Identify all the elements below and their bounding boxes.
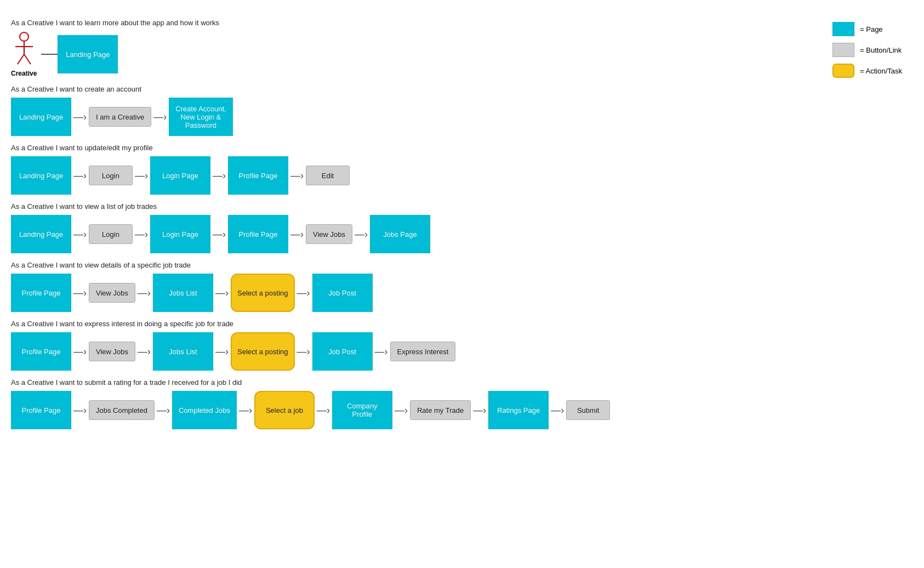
legend-page-swatch: [832, 22, 854, 36]
flow-row-3: Landing Page—›Login—›Login Page—›Profile…: [11, 215, 913, 253]
arrow-5-2: —›: [138, 346, 151, 357]
btn-box-1-1[interactable]: I am a Creative: [89, 107, 151, 127]
arrow-3-2: —›: [135, 229, 148, 240]
stick-figure-svg: [13, 31, 35, 70]
page-box-3-3: Profile Page: [228, 215, 288, 253]
page-box-3-5: Jobs Page: [370, 215, 430, 253]
svg-point-0: [20, 32, 28, 41]
stick-figure: Creative: [11, 31, 37, 77]
flow-row-4: Profile Page—›View Jobs—›Jobs List—›Sele…: [11, 274, 913, 312]
btn-box-4-1[interactable]: View Jobs: [89, 283, 135, 303]
flow-label-1: As a Creative I want to create an accoun…: [11, 85, 913, 93]
page-box-2-2: Login Page: [150, 156, 210, 195]
page-box-6-6: Ratings Page: [488, 391, 549, 429]
page-box-3-0: Landing Page: [11, 215, 71, 253]
page-box-6-4: Company Profile: [332, 391, 392, 429]
flow-row-6: Profile Page—›Jobs Completed—›Completed …: [11, 391, 913, 429]
persona-label: Creative: [11, 70, 37, 77]
flow-row-0: Creative Landing Page: [11, 31, 913, 77]
page-box-landing: Landing Page: [58, 35, 118, 73]
flow-label-3: As a Creative I want to view a list of j…: [11, 202, 913, 211]
arrow-2-4: —›: [290, 170, 304, 181]
arrow-4-4: —›: [297, 287, 310, 299]
arrow-6-1: —›: [73, 405, 87, 416]
page-box-4-4: Job Post: [312, 274, 373, 312]
arrow-6-7: —›: [551, 405, 564, 416]
page-box-1-0: Landing Page: [11, 98, 71, 136]
arrow-1-2: —›: [153, 111, 167, 123]
svg-line-3: [18, 54, 24, 64]
btn-box-5-1[interactable]: View Jobs: [89, 342, 135, 361]
arrow-2-2: —›: [135, 170, 148, 181]
arrow-4-1: —›: [73, 287, 87, 299]
connector-line: [41, 54, 58, 55]
flow-label-5: As a Creative I want to express interest…: [11, 320, 913, 328]
arrow-6-4: —›: [317, 405, 330, 416]
arrow-4-2: —›: [138, 287, 151, 299]
page-box-2-3: Profile Page: [228, 156, 288, 195]
arrow-5-5: —›: [375, 346, 388, 357]
flow-label-4: As a Creative I want to view details of …: [11, 261, 913, 269]
flow-row-5: Profile Page—›View Jobs—›Jobs List—›Sele…: [11, 332, 913, 371]
svg-line-4: [24, 54, 31, 64]
flow-label-6: As a Creative I want to submit a rating …: [11, 378, 913, 387]
btn-box-6-5[interactable]: Rate my Trade: [410, 400, 471, 420]
btn-box-3-1[interactable]: Login: [89, 224, 133, 244]
flow-row-2: Landing Page—›Login—›Login Page—›Profile…: [11, 156, 913, 195]
arrow-6-6: —›: [473, 405, 486, 416]
page-box-6-2: Completed Jobs: [172, 391, 237, 429]
arrow-4-3: —›: [215, 287, 229, 299]
page-box-4-0: Profile Page: [11, 274, 71, 312]
btn-box-6-1[interactable]: Jobs Completed: [89, 400, 155, 420]
arrow-5-3: —›: [215, 346, 229, 357]
page-box-2-0: Landing Page: [11, 156, 71, 195]
legend-action-swatch: [832, 64, 854, 78]
arrow-3-3: —›: [213, 229, 226, 240]
arrow-2-3: —›: [213, 170, 226, 181]
flow-row-1: Landing Page—›I am a Creative—›Create Ac…: [11, 98, 913, 136]
page-box-6-0: Profile Page: [11, 391, 71, 429]
flow-label-2: As a Creative I want to update/edit my p…: [11, 144, 913, 152]
legend-action-label: = Action/Task: [860, 67, 902, 75]
action-box-4-3[interactable]: Select a posting: [231, 274, 295, 312]
arrow-3-5: —›: [355, 229, 368, 240]
legend-btn-item: = Button/Link: [832, 43, 902, 57]
legend-page-item: = Page: [832, 22, 902, 36]
action-box-5-3[interactable]: Select a posting: [231, 332, 295, 371]
arrow-5-1: —›: [73, 346, 87, 357]
btn-box-2-4[interactable]: Edit: [306, 166, 350, 185]
page-box-1-2: Create Account, New Login & Password: [169, 98, 233, 136]
arrow-6-2: —›: [157, 405, 170, 416]
btn-box-6-7[interactable]: Submit: [566, 400, 610, 420]
btn-box-3-4[interactable]: View Jobs: [306, 224, 352, 244]
arrow-3-1: —›: [73, 229, 87, 240]
page-box-5-2: Jobs List: [153, 332, 213, 371]
page-box-4-2: Jobs List: [153, 274, 213, 312]
page-box-5-0: Profile Page: [11, 332, 71, 371]
btn-box-2-1[interactable]: Login: [89, 166, 133, 185]
legend-btn-swatch: [832, 43, 854, 57]
btn-box-5-5[interactable]: Express Interest: [390, 342, 456, 361]
action-box-6-3[interactable]: Select a job: [254, 391, 315, 429]
arrow-6-3: —›: [239, 405, 252, 416]
legend-page-label: = Page: [860, 25, 883, 33]
legend-btn-label: = Button/Link: [860, 46, 902, 54]
arrow-3-4: —›: [290, 229, 304, 240]
page-box-5-4: Job Post: [312, 332, 373, 371]
flow-label-0: As a Creative I want to learn more about…: [11, 19, 913, 27]
arrow-1-1: —›: [73, 111, 87, 123]
arrow-5-4: —›: [297, 346, 310, 357]
legend-action-item: = Action/Task: [832, 64, 902, 78]
arrow-2-1: —›: [73, 170, 87, 181]
arrow-6-5: —›: [395, 405, 408, 416]
page-box-3-2: Login Page: [150, 215, 210, 253]
